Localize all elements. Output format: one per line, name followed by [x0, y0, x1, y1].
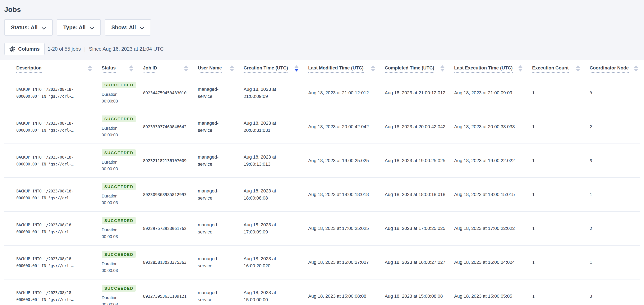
description-cell: BACKUP INTO '/2023/08/18- 000000.00' IN …	[4, 188, 102, 201]
table-summary: 1-20 of 55 jobs | Since Aug 16, 2023 at …	[48, 46, 164, 52]
job-id-cell: 892344759453483010	[143, 89, 198, 96]
column-header[interactable]: Description	[4, 60, 102, 76]
show-filter-dropdown[interactable]: Show: All	[105, 19, 151, 36]
sort-arrows-icon	[368, 65, 376, 73]
status-cell: SUCCEEDED Duration: 00:00:03	[102, 285, 143, 305]
creation-time-cell: Aug 18, 2023 at 21:00:09:09	[244, 86, 308, 100]
column-header[interactable]: User Name	[198, 60, 244, 76]
description-cell: BACKUP INTO '/2023/08/18- 000000.00' IN …	[4, 221, 102, 235]
column-header[interactable]: Last Modified Time (UTC)	[308, 60, 385, 76]
creation-time-cell: Aug 18, 2023 at 19:00:13:013	[244, 154, 308, 168]
last-modified-time-cell: Aug 18, 2023 at 19:00:25:025	[308, 157, 385, 164]
creation-time-cell: Aug 18, 2023 at 20:00:31:031	[244, 120, 308, 134]
duration-text: Duration: 00:00:03	[102, 226, 118, 240]
filter-bar: Status: All Type: All Show: All	[4, 19, 640, 36]
status-cell: SUCCEEDED Duration: 00:00:03	[102, 251, 143, 274]
jobs-table: Description Status Job ID User Name	[0, 60, 644, 305]
execution-count-cell: 1	[532, 225, 590, 232]
table-row: BACKUP INTO '/2023/08/18- 000000.00' IN …	[4, 76, 640, 110]
description-cell: BACKUP INTO '/2023/08/18- 000000.00' IN …	[4, 120, 102, 134]
type-filter-dropdown[interactable]: Type: All	[57, 19, 101, 36]
status-cell: SUCCEEDED Duration: 00:00:03	[102, 183, 143, 206]
last-execution-time-cell: Aug 18, 2023 at 19:00:22:022	[454, 157, 532, 164]
chevron-down-icon	[42, 25, 46, 31]
last-execution-time-cell: Aug 18, 2023 at 18:00:15:015	[454, 191, 532, 198]
coordinator-node-cell: 2	[590, 123, 640, 130]
summary-divider: |	[84, 46, 86, 52]
page-title: Jobs	[4, 6, 640, 14]
column-header-label: Execution Count	[532, 65, 569, 73]
column-header[interactable]: Last Execution Time (UTC)	[454, 60, 532, 76]
user-name-cell: managed- service	[198, 120, 244, 134]
show-filter-label: Show: All	[112, 24, 136, 31]
since-text: Since Aug 16, 2023 at 21:04 UTC	[89, 46, 164, 52]
status-filter-dropdown[interactable]: Status: All	[4, 19, 53, 36]
last-modified-time-cell: Aug 18, 2023 at 16:00:27:027	[308, 259, 385, 266]
column-header-label: Description	[16, 65, 42, 73]
table-row: BACKUP INTO '/2023/08/18- 000000.00' IN …	[4, 246, 640, 279]
execution-count-cell: 1	[532, 157, 590, 164]
last-execution-time-cell: Aug 18, 2023 at 20:00:38:038	[454, 123, 532, 130]
column-header[interactable]: Completed Time (UTC)	[385, 60, 454, 76]
execution-count-cell: 1	[532, 259, 590, 266]
coordinator-node-cell: 1	[590, 259, 640, 266]
gear-icon	[9, 46, 16, 52]
job-id-cell: 892273953631109121	[143, 293, 198, 300]
description-cell: BACKUP INTO '/2023/08/18- 000000.00' IN …	[4, 255, 102, 269]
user-name-cell: managed- service	[198, 86, 244, 100]
last-modified-time-cell: Aug 18, 2023 at 17:00:25:025	[308, 225, 385, 232]
table-row: BACKUP INTO '/2023/08/18- 000000.00' IN …	[4, 110, 640, 144]
columns-button[interactable]: Columns	[4, 43, 45, 55]
job-id-cell: 892321182136107009	[143, 157, 198, 164]
job-id-cell: 892285813023375363	[143, 259, 198, 266]
column-header[interactable]: Status	[102, 60, 143, 76]
duration-text: Duration: 00:00:03	[102, 91, 118, 104]
duration-text: Duration: 00:00:03	[102, 193, 118, 206]
creation-time-cell: Aug 18, 2023 at 18:00:08:08	[244, 187, 308, 202]
status-badge: SUCCEEDED	[102, 285, 136, 291]
duration-text: Duration: 00:00:03	[102, 125, 118, 138]
column-header-label: Completed Time (UTC)	[385, 65, 434, 73]
coordinator-node-cell: 3	[590, 157, 640, 164]
status-badge: SUCCEEDED	[102, 217, 136, 224]
column-header[interactable]: Execution Count	[532, 60, 590, 76]
description-cell: BACKUP INTO '/2023/08/18- 000000.00' IN …	[4, 86, 102, 100]
status-filter-label: Status: All	[11, 24, 38, 31]
completed-time-cell: Aug 18, 2023 at 16:00:27:027	[385, 259, 454, 266]
job-id-cell: 892333037460848642	[143, 123, 198, 130]
status-badge: SUCCEEDED	[102, 82, 136, 88]
user-name-cell: managed- service	[198, 289, 244, 303]
last-modified-time-cell: Aug 18, 2023 at 21:00:12:012	[308, 89, 385, 96]
column-header[interactable]: Creation Time (UTC)	[244, 60, 308, 76]
status-cell: SUCCEEDED Duration: 00:00:03	[102, 149, 143, 172]
status-badge: SUCCEEDED	[102, 183, 136, 190]
column-header-label: Creation Time (UTC)	[244, 65, 288, 73]
last-execution-time-cell: Aug 18, 2023 at 16:00:24:024	[454, 259, 532, 266]
completed-time-cell: Aug 18, 2023 at 21:00:12:012	[385, 89, 454, 96]
sort-arrows-icon	[126, 65, 134, 73]
status-badge: SUCCEEDED	[102, 149, 136, 156]
status-cell: SUCCEEDED Duration: 00:00:03	[102, 82, 143, 104]
sort-arrows-icon	[292, 65, 299, 73]
status-cell: SUCCEEDED Duration: 00:00:03	[102, 217, 143, 240]
duration-text: Duration: 00:00:03	[102, 159, 118, 172]
description-cell: BACKUP INTO '/2023/08/18- 000000.00' IN …	[4, 289, 102, 303]
completed-time-cell: Aug 18, 2023 at 15:00:08:08	[385, 293, 454, 300]
sort-arrows-icon	[181, 65, 188, 73]
column-header[interactable]: Coordinator Node	[590, 60, 640, 76]
table-header-row: Description Status Job ID User Name	[4, 60, 640, 76]
user-name-cell: managed- service	[198, 255, 244, 269]
table-row: BACKUP INTO '/2023/08/18- 000000.00' IN …	[4, 144, 640, 178]
column-header-label: Status	[102, 65, 116, 73]
columns-button-label: Columns	[18, 46, 40, 52]
table-row: BACKUP INTO '/2023/08/18- 000000.00' IN …	[4, 178, 640, 212]
column-header-label: Coordinator Node	[590, 65, 629, 73]
coordinator-node-cell: 3	[590, 293, 640, 300]
column-header[interactable]: Job ID	[143, 60, 198, 76]
description-cell: BACKUP INTO '/2023/08/18- 000000.00' IN …	[4, 154, 102, 168]
column-header-label: Last Execution Time (UTC)	[454, 65, 513, 73]
creation-time-cell: Aug 18, 2023 at 17:00:09:09	[244, 221, 308, 235]
last-modified-time-cell: Aug 18, 2023 at 20:00:42:042	[308, 123, 385, 130]
last-execution-time-cell: Aug 18, 2023 at 15:00:05:05	[454, 293, 532, 300]
table-row: BACKUP INTO '/2023/08/18- 000000.00' IN …	[4, 279, 640, 305]
